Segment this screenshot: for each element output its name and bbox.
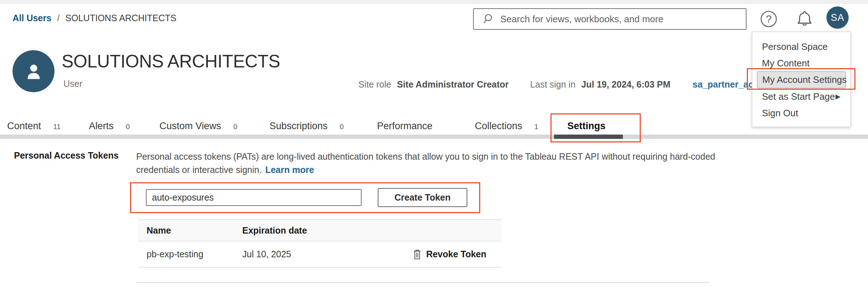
search-icon — [482, 13, 495, 25]
menu-item-personal-space[interactable]: Personal Space — [752, 38, 850, 55]
trash-icon — [412, 249, 422, 260]
tabs-divider-bar — [0, 135, 868, 139]
profile-avatar — [13, 50, 54, 92]
personal-access-tokens-label: Personal Access Tokens — [14, 150, 119, 161]
tab-content-count: 11 — [53, 123, 61, 131]
tab-content[interactable]: Content11 — [7, 121, 61, 132]
tab-alerts-count: 0 — [126, 123, 130, 131]
settings-tab-active-underline — [554, 135, 623, 139]
table-row: pb-exp-testing Jul 10, 2025 Revoke Token — [138, 241, 501, 268]
token-table: Name Expiration date pb-exp-testing Jul … — [138, 219, 501, 268]
menu-item-set-as-start-page[interactable]: Set as Start Page ▶ — [752, 88, 850, 105]
notifications-bell-icon[interactable] — [795, 9, 814, 29]
current-user-avatar[interactable]: SA — [826, 6, 849, 29]
site-role-value: Site Administrator Creator — [397, 79, 509, 90]
breadcrumb-separator: / — [57, 13, 59, 23]
tab-settings[interactable]: Settings — [567, 121, 606, 132]
breadcrumb-current-user: SOLUTIONS ARCHITECTS — [65, 13, 176, 23]
revoke-token-label: Revoke Token — [426, 249, 486, 259]
tab-performance[interactable]: Performance — [377, 121, 433, 132]
help-icon[interactable]: ? — [760, 10, 777, 28]
account-menu: Personal Space My Content My Account Set… — [752, 32, 851, 127]
page-title: SOLUTIONS ARCHITECTS — [62, 51, 280, 72]
submenu-arrow-icon: ▶ — [835, 88, 840, 105]
breadcrumb-all-users-link[interactable]: All Users — [13, 13, 51, 23]
menu-item-my-content[interactable]: My Content — [752, 55, 850, 71]
site-role-label: Site role — [358, 79, 391, 90]
tableau-user-settings-page: All Users / SOLUTIONS ARCHITECTS ? SA SO… — [0, 0, 868, 305]
menu-item-sign-out[interactable]: Sign Out — [752, 105, 850, 121]
person-icon — [23, 61, 44, 82]
search-input[interactable] — [500, 14, 742, 25]
tab-custom-views[interactable]: Custom Views0 — [159, 121, 237, 132]
tab-collections-count: 1 — [534, 123, 538, 131]
user-type-label: User — [63, 79, 82, 89]
section-divider — [136, 282, 709, 283]
column-header-name: Name — [138, 225, 242, 236]
column-header-expiration: Expiration date — [242, 225, 501, 236]
last-sign-in-value: Jul 19, 2024, 6:03 PM — [581, 79, 671, 90]
global-search[interactable] — [473, 8, 747, 30]
tab-collections[interactable]: Collections1 — [475, 121, 538, 132]
token-expiration-cell: Jul 10, 2025 — [242, 249, 412, 259]
token-name-input[interactable] — [146, 189, 362, 206]
svg-text:?: ? — [766, 13, 772, 25]
tab-custom-views-count: 0 — [233, 123, 237, 131]
window-top-edge — [0, 0, 868, 4]
menu-item-my-account-settings[interactable]: My Account Settings — [757, 71, 846, 88]
create-token-button[interactable]: Create Token — [378, 188, 467, 207]
token-table-header: Name Expiration date — [138, 219, 501, 241]
last-sign-in-label: Last sign in — [530, 79, 575, 90]
learn-more-link[interactable]: Learn more — [265, 165, 314, 175]
profile-meta: Site role Site Administrator Creator Las… — [358, 79, 769, 90]
tab-alerts[interactable]: Alerts0 — [89, 121, 130, 132]
breadcrumb: All Users / SOLUTIONS ARCHITECTS — [13, 13, 176, 23]
revoke-token-button[interactable]: Revoke Token — [412, 249, 486, 260]
tab-subscriptions[interactable]: Subscriptions0 — [270, 121, 344, 132]
tab-subscriptions-count: 0 — [340, 123, 344, 131]
pat-description: Personal access tokens (PATs) are long-l… — [136, 150, 719, 177]
avatar-initials: SA — [831, 12, 844, 23]
token-name-cell: pb-exp-testing — [138, 249, 242, 259]
